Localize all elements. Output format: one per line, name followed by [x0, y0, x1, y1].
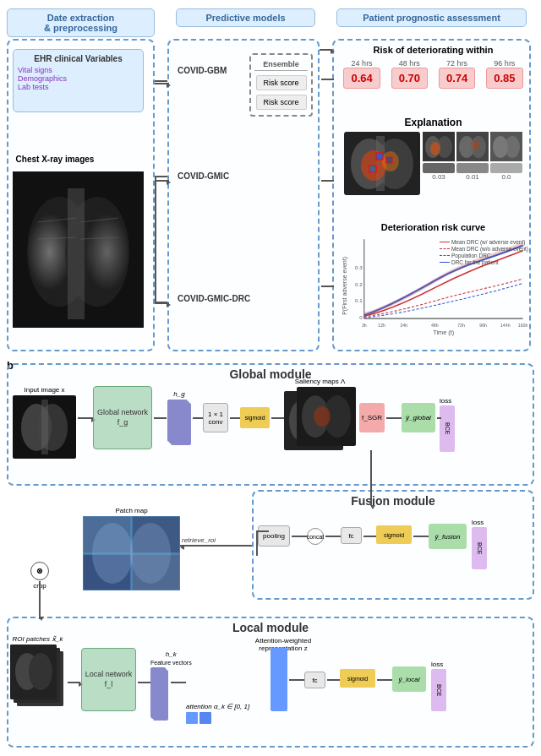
hk-maps [150, 667, 169, 722]
explanation-section: Explanation [338, 117, 528, 195]
arrow-chest-gmicdc-outer [155, 302, 167, 303]
svg-text:0.2: 0.2 [355, 281, 363, 287]
bce-local: BCE [431, 669, 446, 711]
input-image-area: Input image x [13, 386, 76, 459]
patch-map-label: Patch map [83, 507, 180, 514]
panel-a: Date extraction & preprocessing Predicti… [7, 7, 534, 357]
concat-label: concat [307, 534, 325, 540]
arrow-sig-yfusion [413, 536, 429, 537]
col1-header: Date extraction & preprocessing [7, 8, 155, 37]
hg-label: h_g [167, 390, 191, 398]
sigmoid-label: sigmoid [244, 415, 265, 421]
y-axis-label: P(First adverse event) [342, 257, 347, 315]
thumb2: 0.46 [456, 132, 489, 161]
legend-3: Population DRC [440, 253, 528, 258]
col2-header: Predictive models [176, 8, 315, 27]
loss-fusion: loss [472, 519, 484, 526]
local-network-box: Local network f_l [81, 648, 136, 711]
ensemble-box: Ensemble Risk score Risk score [249, 53, 313, 117]
curve-chart: 0 0.1 0.2 0.3 3h 12h 24h 48h 72h 96h 144… [350, 235, 528, 336]
patch-map-area: Patch map [83, 507, 180, 591]
arrow-fsgr-yglobal [386, 417, 402, 419]
sigmoid2-label: sigmoid [347, 676, 368, 682]
col3-text: Patient prognostic assessment [363, 13, 500, 23]
conv-label: 1 × 1 conv [203, 403, 228, 432]
attention-label: attention α_k ∈ [0, 1] [186, 703, 249, 710]
thumb3: 0.02 [490, 132, 522, 161]
risk-score-2: Risk score [256, 95, 307, 110]
svg-point-27 [505, 136, 520, 158]
attn-sq1 [186, 712, 198, 724]
svg-text:12h: 12h [378, 323, 385, 328]
patch3 [10, 645, 57, 699]
fc-local: fc [304, 672, 325, 688]
arrow-hg-conv [193, 417, 203, 419]
val-96: 0.85 [486, 68, 522, 89]
arrow-fc-sig-local [327, 679, 340, 681]
svg-text:192h: 192h [518, 323, 528, 328]
val-72: 0.74 [439, 68, 475, 89]
thumb-val1: 0.03 [423, 163, 455, 181]
fsgr-label: f_SGR [362, 414, 382, 422]
deterioration-section: Deterioration risk curve P(First adverse… [338, 222, 528, 345]
chest-label: Chest X-ray images [13, 155, 97, 164]
data-extraction-box: EHR clinical Variables Vital signs Demog… [7, 39, 155, 351]
curve-chart-area: P(First adverse event) 0 0.1 0.2 0.3 [338, 235, 528, 336]
bce-local-label: BCE [436, 684, 442, 696]
ehr-box: EHR clinical Variables Vital signs Demog… [13, 49, 144, 112]
svg-rect-46 [41, 400, 48, 454]
val-48: 0.70 [391, 68, 428, 89]
y-axis-area: P(First adverse event) [338, 235, 350, 336]
yfusion-box: ŷ_fusion [429, 524, 467, 549]
arrowhead-global-fusion [370, 505, 375, 509]
risk-title: Risk of deteriorating within [338, 45, 528, 55]
arrowhead-crop-local [39, 617, 44, 621]
arrow-retrieve-roi [180, 545, 252, 547]
svg-text:96h: 96h [479, 323, 487, 328]
col1-text: Date extraction & preprocessing [44, 13, 117, 33]
svg-text:0.3: 0.3 [355, 264, 363, 270]
svg-rect-16 [369, 166, 376, 172]
local-network-label: Local network f_l [82, 670, 135, 689]
vline-global-fusion [370, 450, 372, 505]
figure-container: a Date extraction & preprocessing Predic… [0, 0, 541, 756]
curve-legend: Mean DRC (w/ adverse event) Mean DRC (w/… [440, 239, 528, 265]
bce-global-label: BCE [445, 422, 451, 434]
fc2-label: fc [348, 532, 353, 540]
arrowhead-retrieve-roi [180, 545, 184, 550]
arrowhead-to-risk [331, 49, 335, 54]
covid-gbm-label: COVID-GBM [178, 66, 227, 75]
legend-4: DRC for the patient [440, 259, 528, 265]
arrowhead-xray-gmicdrc [167, 302, 171, 307]
svg-point-62 [130, 523, 171, 584]
bce-fusion: BCE [472, 527, 487, 569]
explanation-images: 0.49 0.46 [338, 132, 528, 195]
fusion-module-box: Fusion module pooling concat fc sigmoid [252, 490, 534, 600]
arrow-local-hk [138, 682, 150, 683]
expl-thumbnails: 0.49 0.46 [423, 132, 522, 181]
svg-point-24 [471, 140, 479, 150]
fusion-title: Fusion module [351, 494, 435, 508]
arrow-ehr-gbm-outer [155, 80, 167, 82]
risk-section: Risk of deteriorating within 24 hrs 0.64… [338, 45, 528, 89]
arrow-sig-ylocal [377, 679, 392, 681]
yglobal-box: ŷ_global [402, 403, 435, 432]
svg-text:144h: 144h [500, 323, 511, 328]
arrow-chest-gmic-outer [155, 176, 167, 177]
hrs-24: 24 hrs [343, 59, 380, 68]
explanation-title: Explanation [338, 117, 528, 128]
crop-circle: ⊗ [30, 562, 49, 580]
hk-label: h_k [150, 650, 192, 658]
attn-sq2 [199, 712, 211, 724]
local-module-title: Local module [232, 621, 309, 634]
expl-thumb-row2: 0.03 0.01 0.0 [423, 163, 522, 181]
fc-fusion: fc [341, 527, 362, 544]
panel-b: Global module Input image x Globa [7, 363, 534, 752]
thumb-val2: 0.01 [456, 163, 489, 181]
crop-symbol: ⊗ [36, 567, 43, 575]
conv-box: 1 × 1 conv [203, 403, 228, 432]
saliency-area: Saliency maps Λ [284, 378, 356, 454]
svg-point-20 [430, 142, 440, 155]
expl-main-img [344, 132, 420, 195]
arrow-yglobal-bce [437, 417, 441, 419]
